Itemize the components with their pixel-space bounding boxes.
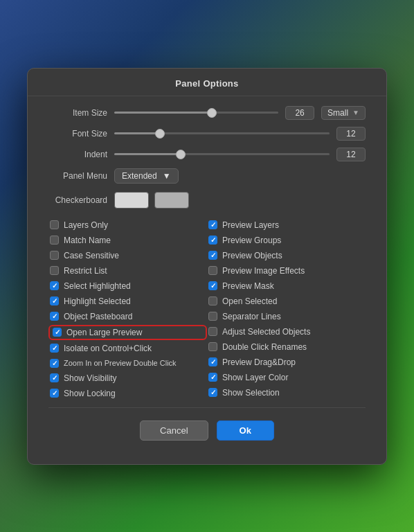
checkbox-isolate-control-click-label: Isolate on Control+Click (64, 344, 152, 353)
checkbox-show-layer-color-label: Show Layer Color (222, 373, 288, 382)
checkbox-restrict-list-label: Restrict List (64, 266, 107, 276)
checkbox-preview-mask-box[interactable] (208, 281, 217, 290)
checkbox-layers-only-label: Layers Only (64, 220, 108, 230)
checkbox-preview-drag-drop-label: Preview Drag&Drop (222, 357, 296, 367)
checkbox-show-selection[interactable]: Show Selection (207, 386, 366, 400)
indent-value[interactable]: 12 (336, 148, 366, 161)
item-size-slider-container (114, 112, 278, 114)
checkbox-open-large-preview[interactable]: Open Large Preview (48, 325, 207, 340)
chevron-down-icon: ▼ (163, 171, 171, 181)
checkbox-preview-layers[interactable]: Preview Layers (207, 218, 366, 232)
ok-button[interactable]: Ok (217, 420, 274, 441)
checkbox-show-visibility-box[interactable] (50, 373, 59, 382)
checkbox-select-highlighted[interactable]: Select Highlighted (48, 279, 207, 293)
checkbox-zoom-preview-label: Zoom In on Preview Double Click (64, 359, 177, 367)
item-size-slider[interactable] (114, 112, 278, 114)
checkbox-show-layer-color[interactable]: Show Layer Color (207, 371, 366, 384)
divider (48, 407, 366, 408)
checkbox-isolate-control-click-box[interactable] (50, 344, 59, 353)
checkbox-show-selection-box[interactable] (208, 388, 217, 397)
checkbox-restrict-list[interactable]: Restrict List (48, 264, 207, 278)
chevron-down-icon: ▼ (352, 109, 359, 116)
checkerboard-swatch-light[interactable] (114, 192, 149, 209)
checkerboard-row: Checkerboard (48, 192, 366, 209)
checkbox-object-pasteboard-box[interactable] (50, 312, 59, 321)
checkbox-match-name-box[interactable] (50, 236, 59, 245)
checkbox-preview-drag-drop[interactable]: Preview Drag&Drop (207, 355, 366, 369)
buttons-row: Cancel Ok (48, 415, 366, 441)
checkbox-show-locking[interactable]: Show Locking (48, 387, 207, 400)
cancel-button[interactable]: Cancel (140, 420, 208, 441)
checkbox-open-selected-label: Open Selected (222, 296, 277, 306)
checkbox-show-locking-box[interactable] (50, 389, 59, 398)
checkbox-match-name-label: Match Name (64, 236, 111, 245)
checkbox-object-pasteboard-label: Object Pasteboard (64, 312, 132, 321)
font-size-slider[interactable] (114, 132, 330, 134)
checkbox-show-visibility[interactable]: Show Visibility (48, 371, 207, 385)
item-size-dropdown-label: Small (327, 108, 348, 118)
checkbox-double-click-renames[interactable]: Double Click Renames (207, 340, 366, 354)
indent-row: Indent 12 (48, 148, 366, 161)
checkbox-preview-image-effects[interactable]: Preview Image Effects (207, 264, 366, 278)
checkbox-select-highlighted-label: Select Highlighted (64, 281, 131, 291)
checkbox-preview-objects[interactable]: Preview Objects (207, 249, 366, 263)
checkbox-match-name[interactable]: Match Name (48, 233, 207, 247)
checkbox-zoom-preview-box[interactable] (50, 359, 59, 368)
checkbox-preview-groups-label: Preview Groups (222, 236, 281, 245)
panel-options-dialog: Panel Options Item Size 26 Small ▼ Font … (27, 68, 387, 465)
checkbox-preview-image-effects-label: Preview Image Effects (222, 266, 305, 276)
item-size-value[interactable]: 26 (285, 106, 314, 120)
font-size-slider-container (114, 132, 330, 134)
checkbox-adjust-selected-objects-label: Adjust Selected Objects (222, 327, 310, 337)
checkbox-show-visibility-label: Show Visibility (64, 373, 116, 383)
checkboxes-section: Layers Only Match Name Case Sensitive Re… (48, 218, 366, 400)
checkbox-preview-objects-box[interactable] (208, 251, 217, 260)
indent-slider[interactable] (114, 153, 330, 155)
checkbox-preview-drag-drop-box[interactable] (208, 357, 217, 366)
checkbox-highlight-selected[interactable]: Highlight Selected (48, 294, 207, 308)
checkbox-open-selected[interactable]: Open Selected (207, 294, 366, 308)
checkbox-show-layer-color-box[interactable] (208, 373, 217, 382)
checkbox-case-sensitive[interactable]: Case Sensitive (48, 249, 207, 263)
checkbox-separator-lines-label: Separator Lines (222, 312, 281, 321)
checkbox-select-highlighted-box[interactable] (50, 281, 59, 290)
panel-menu-value: Extended (122, 171, 157, 181)
checkbox-isolate-control-click[interactable]: Isolate on Control+Click (48, 342, 207, 355)
indent-slider-container (114, 153, 330, 155)
checkbox-preview-image-effects-box[interactable] (208, 266, 217, 275)
checkbox-separator-lines[interactable]: Separator Lines (207, 310, 366, 323)
checkbox-preview-groups-box[interactable] (208, 236, 217, 245)
checkbox-layers-only-box[interactable] (50, 220, 59, 229)
font-size-value[interactable]: 12 (336, 127, 366, 141)
item-size-label: Item Size (48, 108, 107, 118)
checkbox-preview-mask[interactable]: Preview Mask (207, 279, 366, 293)
checkbox-adjust-selected-objects-box[interactable] (208, 327, 217, 336)
checkbox-highlight-selected-box[interactable] (50, 296, 59, 305)
checkbox-zoom-preview[interactable]: Zoom In on Preview Double Click (48, 357, 207, 370)
item-size-dropdown[interactable]: Small ▼ (321, 106, 366, 120)
font-size-row: Font Size 12 (48, 127, 366, 141)
indent-label: Indent (48, 150, 107, 159)
checkbox-case-sensitive-box[interactable] (50, 251, 59, 260)
checkbox-preview-objects-label: Preview Objects (222, 251, 282, 260)
panel-menu-dropdown[interactable]: Extended ▼ (114, 168, 179, 184)
checkbox-open-large-preview-box[interactable] (53, 328, 62, 337)
checkerboard-swatch-mid[interactable] (154, 192, 189, 209)
checkbox-case-sensitive-label: Case Sensitive (64, 251, 119, 260)
dialog-title-bar: Panel Options (28, 69, 386, 96)
dialog-content: Item Size 26 Small ▼ Font Size 12 Indent (28, 96, 386, 450)
checkbox-layers-only[interactable]: Layers Only (48, 218, 207, 232)
checkbox-object-pasteboard[interactable]: Object Pasteboard (48, 310, 207, 323)
checkerboard-label: Checkerboard (48, 195, 107, 205)
checkbox-separator-lines-box[interactable] (208, 312, 217, 321)
checkbox-double-click-renames-box[interactable] (208, 342, 217, 351)
right-checkbox-col: Preview Layers Preview Groups Preview Ob… (207, 218, 366, 400)
checkbox-highlight-selected-label: Highlight Selected (64, 296, 131, 306)
left-checkbox-col: Layers Only Match Name Case Sensitive Re… (48, 218, 207, 400)
checkbox-preview-groups[interactable]: Preview Groups (207, 233, 366, 247)
checkbox-preview-mask-label: Preview Mask (222, 281, 274, 291)
checkbox-restrict-list-box[interactable] (50, 266, 59, 275)
checkbox-preview-layers-box[interactable] (208, 220, 217, 229)
checkbox-adjust-selected-objects[interactable]: Adjust Selected Objects (207, 325, 366, 339)
checkbox-open-selected-box[interactable] (208, 296, 217, 305)
